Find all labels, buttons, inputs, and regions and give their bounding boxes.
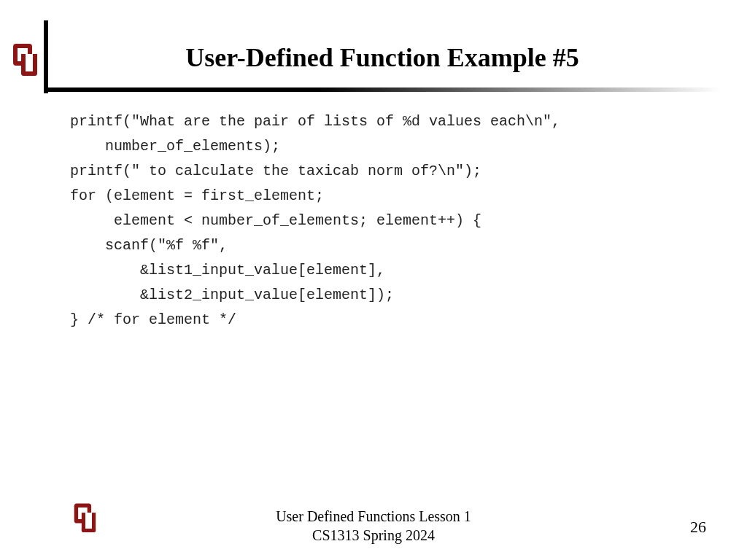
title-area: User-Defined Function Example #5: [44, 20, 721, 93]
slide-title: User-Defined Function Example #5: [44, 42, 721, 73]
code-block: printf("What are the pair of lists of %d…: [70, 109, 712, 332]
ou-logo-top-icon: [13, 44, 38, 80]
footer-line-2: CS1313 Spring 2024: [0, 526, 747, 545]
title-horizontal-rule: [48, 88, 721, 92]
page-number: 26: [690, 518, 706, 537]
footer: User Defined Functions Lesson 1 CS1313 S…: [0, 507, 747, 545]
footer-line-1: User Defined Functions Lesson 1: [0, 507, 747, 526]
ou-logo-bottom-icon: [74, 504, 97, 537]
slide: User-Defined Function Example #5 printf(…: [0, 0, 747, 560]
